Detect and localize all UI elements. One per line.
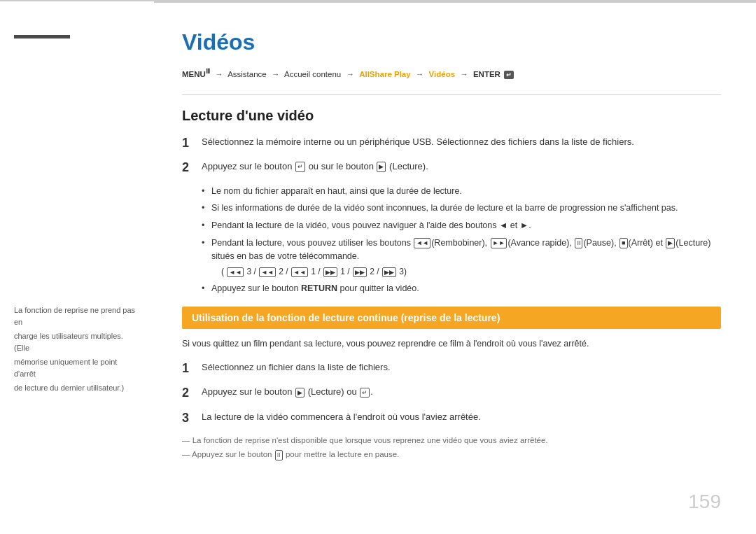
sidebar-note: La fonction de reprise ne prend pas en c… [14,304,140,394]
page-number: 159 [688,491,721,513]
sidebar-note-line4: de lecture du dernier utilisateur.) [14,382,140,394]
sidebar-note-line2: charge les utilisateurs multiples. (Elle [14,330,140,353]
breadcrumb-arrow1: → [215,70,223,78]
breadcrumb-allshare: AllShare Play [359,70,411,78]
bullet-list: Le nom du fichier apparaît en haut, ains… [202,185,721,296]
enter-button-icon: ↵ [295,162,305,172]
breadcrumb-arrow4: → [416,70,424,78]
breadcrumb-arrow3: → [346,70,354,78]
footer-note-2: Appuyez sur le bouton II pour mettre la … [182,449,721,461]
pause-icon2: II [275,450,283,461]
step-1-text: Sélectionnez la mémoire interne ou un pé… [202,135,721,149]
bullet-1: Le nom du fichier apparaît en haut, ains… [202,185,721,198]
sidebar-bar [14,35,70,38]
sidebar: La fonction de reprise ne prend pas en c… [0,0,154,534]
section2-intro: Si vous quittez un film pendant sa lectu… [182,337,721,351]
play-icon: ▶ [666,238,675,248]
sidebar-top-border [0,0,154,1]
step-2-2-text: Appuyez sur le bouton ▶ (Lecture) ou ↵. [202,385,721,399]
bullet-3: Pendant la lecture de la vidéo, vous pou… [202,219,721,232]
bullet-2: Si les informations de durée de la vidéo… [202,202,721,215]
section2-highlight: Utilisation de la fonction de lecture co… [182,307,721,329]
divider [182,94,721,95]
step-2: 2 Appuyez sur le bouton ↵ ou sur le bout… [182,160,721,176]
footer-note-1: La fonction de reprise n'est disponible … [182,435,721,447]
enter-icon2: ↵ [360,388,370,398]
play-button-icon: ▶ [377,162,386,172]
step-2-3: 3 La lecture de la vidéo commencera à l'… [182,410,721,426]
step-2-3-text: La lecture de la vidéo commencera à l'en… [202,410,721,424]
step-2-1-number: 1 [182,360,202,377]
breadcrumb-arrow2: → [272,70,280,78]
step-2-2: 2 Appuyez sur le bouton ▶ (Lecture) ou ↵… [182,385,721,401]
footer-notes: La fonction de reprise n'est disponible … [182,435,721,461]
step-2-3-number: 3 [182,410,202,426]
bullet-4: Pendant la lecture, vous pouvez utiliser… [202,237,721,279]
enter-icon: ↵ [504,71,514,79]
breadcrumb-assistance: Assistance [227,70,267,78]
rewind-icon: ◄◄ [414,238,430,248]
breadcrumb-videos: Vidéos [429,70,456,78]
breadcrumb-accueil: Accueil contenu [284,70,341,78]
step-2-2-number: 2 [182,385,202,401]
stop-icon: ■ [620,238,627,248]
step-2-text: Appuyez sur le bouton ↵ ou sur le bouton… [202,160,721,174]
step-1-number: 1 [182,135,202,151]
breadcrumb-menu: MENUⅢ [182,70,210,78]
step-1: 1 Sélectionnez la mémoire interne ou un … [182,135,721,151]
section1-title: Lecture d'une vidéo [182,108,721,124]
button-sequence: ( ◄◄ 3 / ◄◄ 2 / ◄◄ 1 / ▶▶ 1 / ▶▶ 2 / ▶▶ … [221,265,721,278]
breadcrumb-arrow5: → [460,70,468,78]
main-content: Vidéos MENUⅢ → Assistance → Accueil cont… [154,0,756,534]
top-border [154,1,756,3]
sidebar-note-line3: mémorise uniquement le point d'arrêt [14,356,140,379]
play-icon2: ▶ [295,388,304,398]
page-title: Vidéos [182,29,721,55]
step-2-1: 1 Sélectionnez un fichier dans la liste … [182,360,721,377]
sidebar-note-line1: La fonction de reprise ne prend pas en [14,304,140,328]
pause-icon: II [575,238,582,248]
section2-title: Utilisation de la fonction de lecture co… [192,312,711,323]
breadcrumb: MENUⅢ → Assistance → Accueil contenu → A… [182,68,721,79]
ff-icon: ►► [491,238,507,248]
breadcrumb-enter: ENTER ↵ [473,70,514,78]
bullet-return: Appuyez sur le bouton RETURN pour quitte… [202,282,721,295]
step-2-1-text: Sélectionnez un fichier dans la liste de… [202,360,721,374]
step-2-number: 2 [182,160,202,176]
